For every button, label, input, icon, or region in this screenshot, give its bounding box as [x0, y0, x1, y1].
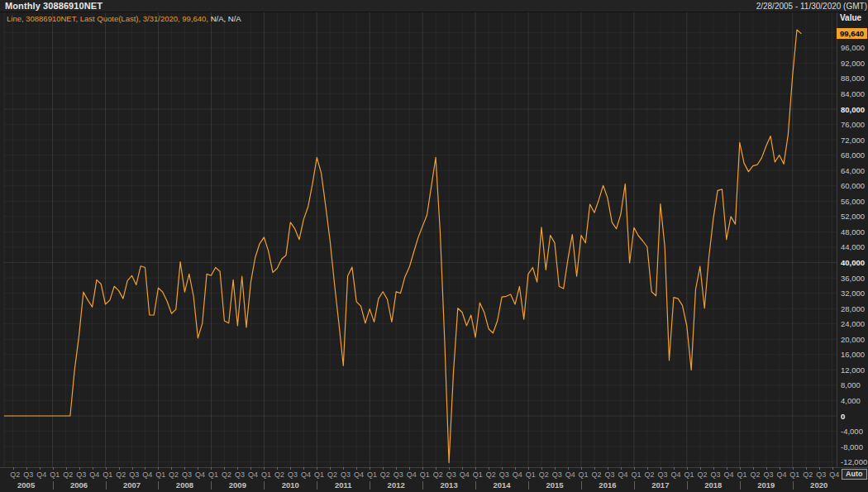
y-tick-label: 88,000 [841, 74, 865, 83]
quarter-label: Q1 [261, 471, 271, 479]
quarter-label: Q3 [235, 471, 245, 479]
quarter-label: Q1 [367, 471, 377, 479]
quarter-label: Q2 [697, 471, 707, 479]
quarter-label: Q1 [789, 471, 799, 479]
quarter-tick [634, 467, 635, 470]
quarter-tick [13, 467, 14, 470]
quarter-tick [541, 467, 542, 470]
quarter-label: Q3 [816, 471, 826, 479]
quarter-tick [753, 467, 754, 470]
quarter-tick [66, 467, 67, 470]
axis-auto-scale-button[interactable]: Auto [842, 469, 867, 480]
quarter-tick [594, 467, 595, 470]
y-tick-label: 60,000 [841, 181, 865, 190]
quarter-label: Q1 [579, 471, 589, 479]
year-label: 2012 [388, 480, 405, 490]
value-axis-title: Value [840, 13, 861, 22]
quarter-tick [502, 467, 503, 470]
quarter-label: Q2 [803, 471, 813, 479]
y-tick-label: -12,000 [841, 457, 867, 466]
quarter-tick [343, 467, 344, 470]
year-separator [211, 481, 212, 490]
quarter-tick [793, 467, 794, 470]
quarter-tick [290, 467, 291, 470]
quarter-label: Q2 [592, 471, 602, 479]
year-separator [740, 481, 741, 490]
quarter-label: Q1 [737, 471, 746, 479]
y-tick-label: 56,000 [841, 197, 865, 206]
quarter-tick [356, 467, 357, 470]
quarter-label: Q4 [89, 471, 99, 479]
quarter-label: Q3 [288, 471, 298, 479]
quarter-label: Q3 [499, 471, 509, 479]
year-label: 2017 [651, 480, 669, 490]
year-label: 2013 [441, 480, 458, 490]
quarter-tick [528, 467, 529, 470]
quarter-tick [409, 467, 410, 470]
quarter-label: Q2 [486, 471, 496, 479]
year-label: 2015 [546, 480, 563, 490]
quarter-tick [422, 467, 423, 470]
quarter-label: Q4 [301, 471, 311, 479]
quarter-tick [264, 467, 265, 470]
quarter-label: Q3 [763, 471, 773, 479]
y-tick-label: 64,000 [841, 166, 865, 175]
price-line-series[interactable] [4, 30, 801, 463]
y-tick-label: 96,000 [841, 43, 865, 52]
y-tick-label: 0 [841, 412, 845, 421]
quarter-label: Q4 [354, 471, 364, 479]
y-tick-label: 8,000 [841, 380, 861, 389]
year-label: 2019 [757, 480, 775, 490]
chart-title: Monthly 30886910NET [5, 1, 103, 11]
quarter-tick [647, 467, 648, 470]
quarter-label: Q3 [605, 471, 615, 479]
y-tick-label: -8,000 [841, 442, 863, 451]
year-separator [793, 481, 794, 490]
y-tick-label: 20,000 [841, 335, 865, 344]
quarter-tick [53, 467, 54, 470]
quarter-tick [674, 467, 675, 470]
quarter-label: Q1 [684, 471, 694, 479]
quarter-label: Q3 [710, 471, 720, 479]
quarter-tick [184, 467, 185, 470]
year-label: 2008 [176, 480, 193, 490]
quarter-label: Q1 [50, 471, 60, 479]
year-separator [264, 481, 265, 490]
price-chart-plot-area[interactable] [0, 0, 868, 492]
quarter-tick [93, 467, 93, 470]
quarter-label: Q1 [155, 471, 165, 479]
quarter-tick [106, 467, 107, 470]
quarter-tick [766, 467, 767, 470]
quarter-label: Q4 [195, 471, 205, 479]
quarter-tick [330, 467, 331, 470]
y-tick-label: 32,000 [841, 289, 865, 298]
quarter-tick [198, 467, 198, 470]
year-separator [475, 481, 476, 490]
quarter-label: Q1 [208, 471, 218, 479]
y-tick-label: 24,000 [841, 319, 865, 328]
quarter-tick [132, 467, 133, 470]
quarter-label: Q3 [446, 471, 456, 479]
quarter-label: Q4 [407, 471, 417, 479]
quarter-label: Q3 [129, 471, 139, 479]
quarter-tick [661, 467, 661, 470]
y-tick-label: -4,000 [841, 427, 863, 436]
quarter-tick [608, 467, 608, 470]
quarter-label: Q4 [36, 471, 46, 479]
quarter-tick [515, 467, 516, 470]
year-separator [370, 481, 370, 490]
quarter-label: Q3 [76, 471, 86, 479]
quarter-label: Q3 [341, 471, 351, 479]
y-tick-label: 40,000 [841, 258, 865, 267]
quarter-tick [700, 467, 701, 470]
chart-titlebar: Monthly 30886910NET 2/28/2005 - 11/30/20… [0, 0, 868, 12]
year-label: 2007 [123, 480, 141, 490]
year-label: 2011 [335, 480, 352, 490]
y-tick-label: 44,000 [841, 242, 865, 251]
quarter-label: Q3 [552, 471, 562, 479]
quarter-tick [119, 467, 120, 470]
y-tick-label: 80,000 [841, 105, 865, 114]
series-legend[interactable]: Line, 30886910NET, Last Quote(Last), 3/3… [7, 14, 241, 23]
year-separator [528, 481, 529, 490]
quarter-label: Q3 [658, 471, 668, 479]
